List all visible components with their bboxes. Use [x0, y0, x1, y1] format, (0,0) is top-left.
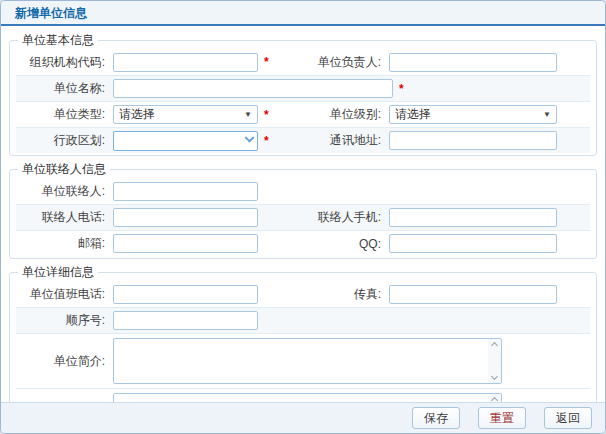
dropdown-arrow-icon: ▼	[244, 111, 252, 119]
contact-mobile-input[interactable]	[389, 208, 557, 227]
save-button[interactable]: 保存	[412, 407, 460, 429]
qq-label: QQ:	[311, 237, 389, 251]
unit-name-label: 单位名称:	[16, 80, 113, 97]
row-type-level: 单位类型: 请选择 ▼ * 单位级别: 请选择 ▼	[16, 101, 590, 127]
form-body: 单位基本信息 组织机构代码: * 单位负责人: 单位名称: *	[1, 26, 605, 402]
back-button[interactable]: 返回	[544, 407, 592, 429]
unit-type-label: 单位类型:	[16, 106, 113, 123]
footer-toolbar: 保存 重置 返回	[1, 402, 605, 433]
section-detail-info-legend: 单位详细信息	[18, 264, 98, 281]
required-marker: *	[264, 108, 272, 122]
row-contact-name: 单位联络人:	[16, 178, 590, 204]
contact-name-label: 单位联络人:	[16, 183, 113, 200]
unit-level-select[interactable]: 请选择 ▼	[389, 105, 557, 124]
reset-button[interactable]: 重置	[478, 407, 526, 429]
section-contact-info: 单位联络人信息 单位联络人: 联络人电话: 联络人手机:	[9, 161, 597, 259]
contact-name-input[interactable]	[113, 182, 258, 201]
org-code-label: 组织机构代码:	[16, 54, 113, 71]
contact-mobile-label: 联络人手机:	[311, 209, 389, 226]
contact-phone-input[interactable]	[113, 208, 258, 227]
qq-input[interactable]	[389, 234, 557, 253]
row-email-qq: 邮箱: QQ:	[16, 230, 590, 256]
duty-phone-input[interactable]	[113, 285, 258, 304]
address-input[interactable]	[389, 131, 557, 150]
fax-input[interactable]	[389, 285, 557, 304]
section-basic-info: 单位基本信息 组织机构代码: * 单位负责人: 单位名称: *	[9, 32, 597, 156]
order-number-label: 顺序号:	[16, 312, 113, 329]
required-marker: *	[264, 134, 272, 148]
unit-intro-label: 单位简介:	[16, 353, 113, 370]
unit-type-select[interactable]: 请选择 ▼	[113, 105, 258, 124]
textarea-scrollbar[interactable]	[488, 339, 501, 383]
row-unit-intro: 单位简介:	[16, 333, 590, 388]
row-order-number: 顺序号:	[16, 307, 590, 333]
email-label: 邮箱:	[16, 235, 113, 252]
address-label: 通讯地址:	[311, 132, 389, 149]
section-contact-info-legend: 单位联络人信息	[18, 161, 110, 178]
unit-level-label: 单位级别:	[311, 106, 389, 123]
textarea-scrollbar[interactable]	[488, 394, 501, 402]
unit-name-input[interactable]	[113, 79, 393, 98]
chevron-down-icon	[245, 133, 255, 143]
section-detail-info: 单位详细信息 单位值班电话: 传真: 顺序号: 单位简介:	[9, 264, 597, 402]
row-orgcode-head: 组织机构代码: * 单位负责人:	[16, 49, 590, 75]
row-remarks: 备注:	[16, 388, 590, 402]
scroll-up-icon[interactable]	[491, 342, 498, 349]
email-input[interactable]	[113, 234, 258, 253]
duty-phone-label: 单位值班电话:	[16, 286, 113, 303]
contact-phone-label: 联络人电话:	[16, 209, 113, 226]
row-contact-phones: 联络人电话: 联络人手机:	[16, 204, 590, 230]
dropdown-arrow-icon: ▼	[543, 111, 551, 119]
unit-head-label: 单位负责人:	[311, 54, 389, 71]
remarks-textarea[interactable]	[113, 393, 502, 402]
unit-head-input[interactable]	[389, 53, 557, 72]
scroll-down-icon[interactable]	[491, 373, 498, 380]
required-marker: *	[264, 55, 272, 69]
add-unit-panel: 新增单位信息 单位基本信息 组织机构代码: * 单位负责人: 单位名称:	[0, 0, 606, 434]
required-marker: *	[399, 82, 407, 96]
panel-title: 新增单位信息	[1, 1, 605, 26]
unit-intro-textarea[interactable]	[113, 338, 502, 384]
org-code-input[interactable]	[113, 53, 258, 72]
section-basic-info-legend: 单位基本信息	[18, 32, 98, 49]
row-unit-name: 单位名称: *	[16, 75, 590, 101]
region-label: 行政区划:	[16, 132, 113, 149]
row-region-address: 行政区划: * 通讯地址:	[16, 127, 590, 153]
order-number-input[interactable]	[113, 311, 258, 330]
fax-label: 传真:	[311, 286, 389, 303]
scroll-up-icon[interactable]	[491, 397, 498, 402]
row-dutyphone-fax: 单位值班电话: 传真:	[16, 281, 590, 307]
region-combo[interactable]	[113, 131, 258, 151]
